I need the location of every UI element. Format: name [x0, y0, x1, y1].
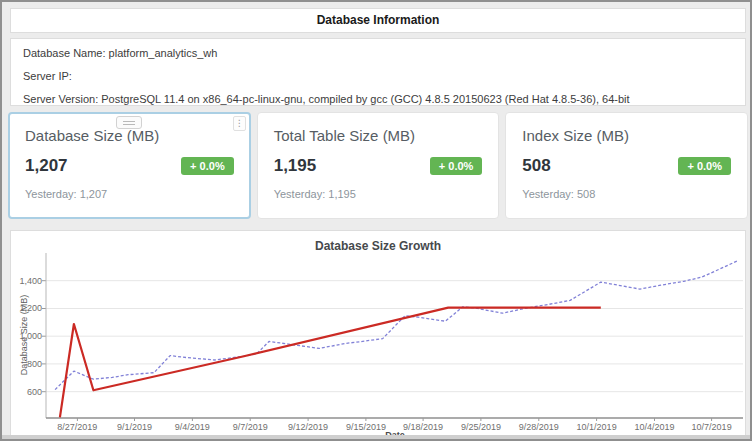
x-tick-label: 9/12/2019	[279, 422, 337, 432]
y-tick-label: 1,200	[11, 303, 42, 313]
x-tick-label: 9/1/2019	[106, 422, 164, 432]
server-ip-line: Server IP:	[23, 70, 733, 82]
y-tick-label: 600	[11, 387, 42, 397]
metric-cards-row: ⋮ Database Size (MB) 1,207 + 0.0% Yester…	[8, 112, 748, 219]
dashboard-window: Database Information Database Name: plat…	[0, 0, 752, 441]
x-tick-label: 10/4/2019	[625, 422, 683, 432]
change-badge: + 0.0%	[181, 157, 234, 175]
card-value: 508	[522, 156, 550, 176]
x-tick-label: 9/28/2019	[510, 422, 568, 432]
y-tick-label: 1,000	[11, 331, 42, 341]
x-tick-label: 9/7/2019	[221, 422, 279, 432]
x-tick-label: 8/27/2019	[48, 422, 106, 432]
database-name-line: Database Name: platform_analytics_wh	[23, 47, 733, 59]
header-panel: Database Information	[10, 8, 746, 33]
growth-chart-panel: Database Size Growth Database Size (MB) …	[10, 230, 746, 439]
x-tick-label: 9/25/2019	[452, 422, 510, 432]
card-yesterday: Yesterday: 508	[522, 188, 731, 200]
y-tick-label: 1,400	[11, 276, 42, 286]
card-value: 1,207	[25, 156, 68, 176]
x-tick-label: 10/7/2019	[683, 422, 741, 432]
chart-title: Database Size Growth	[11, 231, 745, 253]
change-badge: + 0.0%	[678, 157, 731, 175]
card-yesterday: Yesterday: 1,195	[274, 188, 483, 200]
card-total-table-size[interactable]: Total Table Size (MB) 1,195 + 0.0% Yeste…	[257, 112, 500, 219]
x-tick-label: 10/1/2019	[568, 422, 626, 432]
bottom-border-band	[2, 435, 750, 439]
drag-handle-icon[interactable]	[116, 116, 142, 129]
change-badge: + 0.0%	[430, 157, 483, 175]
page-title: Database Information	[11, 9, 745, 32]
card-yesterday: Yesterday: 1,207	[25, 188, 234, 200]
card-title: Database Size (MB)	[25, 127, 234, 144]
series-line-database-size	[55, 261, 738, 390]
database-info-panel: Database Name: platform_analytics_wh Ser…	[10, 38, 746, 106]
card-title: Total Table Size (MB)	[274, 127, 483, 144]
card-title: Index Size (MB)	[522, 127, 731, 144]
y-tick-label: 800	[11, 359, 42, 369]
series-line-trend	[60, 308, 601, 418]
x-tick-label: 9/15/2019	[337, 422, 395, 432]
line-chart-plot	[41, 253, 743, 423]
card-value: 1,195	[274, 156, 317, 176]
card-database-size[interactable]: ⋮ Database Size (MB) 1,207 + 0.0% Yester…	[8, 112, 251, 219]
x-tick-label: 9/18/2019	[394, 422, 452, 432]
x-tick-label: 9/4/2019	[163, 422, 221, 432]
card-index-size[interactable]: Index Size (MB) 508 + 0.0% Yesterday: 50…	[505, 112, 748, 219]
server-version-line: Server Version: PostgreSQL 11.4 on x86_6…	[23, 93, 733, 105]
more-options-icon[interactable]: ⋮	[233, 116, 246, 131]
